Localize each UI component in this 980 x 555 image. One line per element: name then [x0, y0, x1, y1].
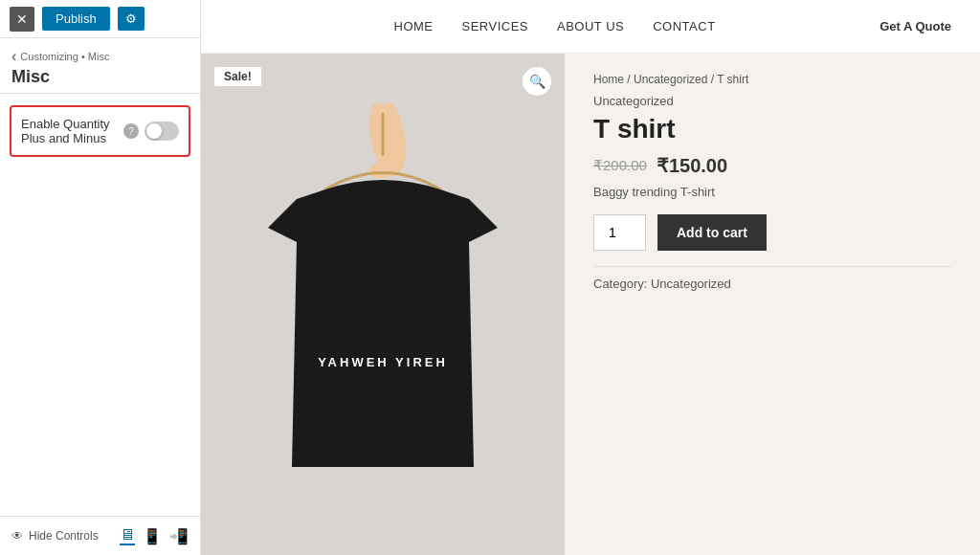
nav-contact[interactable]: CONTACT [653, 19, 715, 33]
left-panel: ✕ Publish ⚙ ‹ Customizing • Misc Misc En… [0, 0, 201, 555]
nav-services[interactable]: SERVICES [462, 19, 529, 33]
tshirt-container: YAHWEH YIREH [239, 113, 526, 496]
svg-text:YAHWEH  YIREH: YAHWEH YIREH [318, 355, 448, 369]
product-breadcrumb: Home / Uncategorized / T shirt [593, 73, 951, 86]
nav-home[interactable]: HOME [394, 19, 434, 33]
nav-about[interactable]: ABOUT US [557, 19, 624, 33]
product-area: Sale! 🔍 [201, 54, 980, 555]
product-category-tag: Category: Uncategorized [593, 277, 951, 291]
add-to-cart-button[interactable]: Add to cart [657, 214, 767, 251]
price-wrap: ₹200.00 ₹150.00 [593, 154, 951, 177]
desktop-view-button[interactable]: 🖥 [120, 526, 135, 545]
product-details: Home / Uncategorized / T shirt Uncategor… [565, 54, 980, 555]
mobile-view-button[interactable]: 📲 [169, 526, 189, 545]
price-original: ₹200.00 [593, 157, 647, 174]
nav-cta-button[interactable]: Get A Quote [880, 19, 951, 33]
publish-button[interactable]: Publish [42, 7, 110, 31]
hand-group [364, 103, 412, 179]
eye-icon: 👁 [11, 529, 23, 543]
nav-bar: HOME SERVICES ABOUT US CONTACT Get A Quo… [201, 0, 980, 54]
top-bar: ✕ Publish ⚙ [0, 0, 200, 38]
product-category: Uncategorized [593, 94, 951, 108]
sale-badge: Sale! [214, 67, 261, 86]
divider [593, 266, 951, 267]
product-name: T shirt [593, 114, 951, 144]
svg-point-1 [369, 163, 392, 178]
quantity-toggle[interactable] [145, 122, 179, 141]
preview-area: HOME SERVICES ABOUT US CONTACT Get A Quo… [201, 0, 980, 555]
settings-button[interactable]: ⚙ [118, 7, 145, 31]
breadcrumb-area: ‹ Customizing • Misc Misc [0, 38, 200, 94]
help-icon[interactable]: ? [123, 123, 139, 139]
tshirt-svg: YAHWEH YIREH [239, 103, 526, 505]
view-icons: 🖥 📱 📲 [120, 526, 189, 545]
panel-title: Misc [11, 67, 189, 87]
quantity-control-box: Enable Quantity Plus and Minus ? [10, 105, 190, 157]
hide-controls-label: Hide Controls [29, 529, 99, 543]
toggle-knob [146, 123, 162, 139]
add-to-cart-row: Add to cart [593, 214, 951, 251]
price-sale: ₹150.00 [657, 154, 727, 177]
close-button[interactable]: ✕ [10, 7, 34, 32]
control-label: Enable Quantity Plus and Minus [21, 117, 123, 145]
breadcrumb-text: Customizing • Misc [20, 51, 109, 62]
back-button[interactable]: ‹ [11, 48, 16, 65]
zoom-icon[interactable]: 🔍 [523, 67, 551, 96]
bottom-bar: 👁 Hide Controls 🖥 📱 📲 [0, 516, 200, 555]
tablet-view-button[interactable]: 📱 [143, 526, 162, 545]
quantity-input[interactable] [593, 214, 646, 251]
hide-controls-button[interactable]: 👁 Hide Controls [11, 529, 99, 543]
product-image-wrap: Sale! 🔍 [201, 54, 565, 555]
product-description: Baggy trending T-shirt [593, 185, 951, 199]
nav-links: HOME SERVICES ABOUT US CONTACT [230, 19, 880, 33]
control-actions: ? [123, 122, 179, 141]
